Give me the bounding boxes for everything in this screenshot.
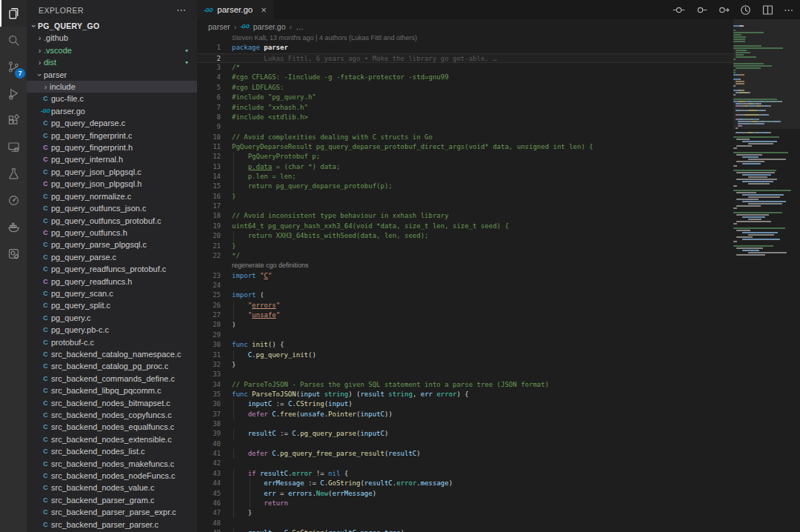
line-number[interactable]: 40 [197,439,232,449]
line-number[interactable]: 7 [197,103,232,113]
code-line[interactable]: 18// Avoid inconsistent type behaviour i… [197,211,733,221]
line-number[interactable]: 25 [197,290,232,300]
code-line[interactable]: 14 p.len = len; [197,172,733,182]
activity-docker-icon[interactable] [0,213,27,240]
tree-file-pg_query_parse_plpgsql.c[interactable]: Cpg_query_parse_plpgsql.c [27,239,197,250]
line-number[interactable]: 39 [197,429,232,439]
tree-folder-.vscode[interactable]: ›.vscode● [27,44,197,56]
tree-root-workspace[interactable]: › PG_QUERY_GO [27,20,197,32]
code-line[interactable]: 23import "C" [197,271,733,281]
line-number[interactable]: 8 [197,113,232,122]
split-editor-icon[interactable] [761,4,774,16]
code-line[interactable]: 49 result = C.GoString(resultC.parse_tre… [197,528,733,532]
tree-file-pg_query_parse.c[interactable]: Cpg_query_parse.c [27,251,197,263]
line-number[interactable]: 27 [197,310,232,320]
line-number[interactable]: 38 [197,419,232,429]
code-line[interactable]: 46 return [197,499,733,508]
line-number[interactable]: 3 [197,63,232,73]
line-number[interactable]: 28 [197,320,232,330]
line-number[interactable]: 1 [197,43,232,53]
activity-source-control-icon[interactable]: 7 [0,53,27,80]
code-line[interactable]: 29 [197,330,733,340]
line-number[interactable]: 16 [197,192,232,202]
tree-file-pg_query_deparse.c[interactable]: Cpg_query_deparse.c [27,117,197,129]
tree-file-src_backend_commands_define.c[interactable]: Csrc_backend_commands_define.c [27,373,197,385]
line-number[interactable]: 43 [197,469,232,479]
code-line[interactable]: 25import ( [197,290,733,300]
tree-file-pg_query.pb-c.c[interactable]: Cpg_query.pb-c.c [27,324,197,336]
line-number[interactable]: 9 [197,122,232,132]
tree-file-src_backend_nodes_extensible.c[interactable]: Csrc_backend_nodes_extensible.c [27,433,197,445]
tree-file-pg_query_json_plpgsql.c[interactable]: Cpg_query_json_plpgsql.c [27,166,197,178]
tree-file-guc-file.c[interactable]: Cguc-file.c [27,93,197,104]
code-line[interactable]: 48 [197,519,733,528]
line-number[interactable]: 15 [197,182,232,191]
open-changes-next-icon[interactable] [717,4,730,16]
code-line[interactable]: 37 defer C.free(unsafe.Pointer(inputC)) [197,410,733,419]
line-number[interactable]: 21 [197,242,232,251]
code-line[interactable]: 31 C.pg_query_init() [197,350,733,360]
tree-file-pg_query.c[interactable]: Cpg_query.c [27,312,197,324]
line-number[interactable]: 4 [197,73,232,82]
line-number[interactable]: 47 [197,508,232,518]
code-editor[interactable]: Steven Kalt, 13 months ago | 4 authors (… [197,33,733,532]
tree-file-src_backend_catalog_namespace.c[interactable]: Csrc_backend_catalog_namespace.c [27,348,197,360]
line-number[interactable]: 18 [197,211,232,221]
close-icon[interactable]: × [261,4,267,16]
tree-folder-dist[interactable]: ›dist● [27,56,197,68]
line-number[interactable]: 37 [197,410,232,419]
tree-file-src_backend_nodes_equalfuncs.c[interactable]: Csrc_backend_nodes_equalfuncs.c [27,421,197,433]
tab-parser-go[interactable]: ‑GO parser.go × [197,0,273,19]
code-line[interactable]: 10// Avoid complexities dealing with C s… [197,133,733,142]
tree-folder-.github[interactable]: ›.github [27,32,197,44]
activity-remote-explorer-icon[interactable] [0,133,27,160]
activity-run-debug-icon[interactable] [0,80,27,107]
line-number[interactable]: 34 [197,380,232,390]
line-number[interactable]: 45 [197,489,232,499]
line-number[interactable]: 32 [197,360,232,370]
line-number[interactable]: 49 [197,528,232,532]
code-line[interactable]: 40 [197,439,733,449]
line-number[interactable]: 17 [197,202,232,211]
code-line[interactable]: 4#cgo CFLAGS: -Iinclude -g -fstack-prote… [197,73,733,82]
code-line[interactable]: 30func init() { [197,340,733,350]
code-line[interactable]: 19uint64_t pg_query_hash_xxh3_64(void *d… [197,222,733,231]
tree-file-src_backend_nodes_list.c[interactable]: Csrc_backend_nodes_list.c [27,445,197,457]
code-line[interactable]: 15 return pg_query_deparse_protobuf(p); [197,182,733,191]
code-line[interactable]: 11PgQueryDeparseResult pg_query_deparse_… [197,142,733,152]
explorer-more-actions-icon[interactable]: ⋯ [176,4,187,16]
activity-testing-icon[interactable] [0,160,27,187]
line-number[interactable]: 12 [197,152,232,162]
activity-explorer-icon[interactable] [0,0,27,27]
code-line[interactable]: 26 "errors" [197,301,733,310]
line-number[interactable]: 23 [197,271,232,281]
line-number[interactable]: 42 [197,459,232,468]
breadcrumb-folder[interactable]: parser [208,22,230,31]
codelens-link[interactable]: regenerate cgo definitions [232,262,309,269]
tree-file-src_backend_nodes_copyfuncs.c[interactable]: Csrc_backend_nodes_copyfuncs.c [27,409,197,421]
tree-file-protobuf-c.c[interactable]: Cprotobuf-c.c [27,336,197,348]
breadcrumb-file[interactable]: parser.go [253,22,286,31]
tree-file-pg_query_fingerprint.c[interactable]: Cpg_query_fingerprint.c [27,130,197,142]
code-line[interactable]: 21} [197,242,733,251]
line-number[interactable]: 26 [197,301,232,310]
more-actions-icon[interactable]: ⋯ [784,4,794,16]
line-number[interactable]: 10 [197,133,232,142]
line-number[interactable]: 5 [197,83,232,93]
tree-file-src_backend_nodes_bitmapset.c[interactable]: Csrc_backend_nodes_bitmapset.c [27,397,197,409]
line-number[interactable]: 11 [197,142,232,152]
code-line[interactable]: 45 err = errors.New(errMessage) [197,489,733,499]
code-line[interactable]: 5#cgo LDFLAGS: [197,83,733,93]
code-line[interactable]: 3/* [197,63,733,73]
tree-file-pg_query_internal.h[interactable]: Cpg_query_internal.h [27,153,197,165]
tree-file-pg_query_outfuncs_protobuf.c[interactable]: Cpg_query_outfuncs_protobuf.c [27,215,197,227]
line-number[interactable]: 41 [197,449,232,459]
code-line[interactable]: 39 resultC := C.pg_query_parse(inputC) [197,429,733,439]
tree-file-src_backend_parser_parser.c[interactable]: Csrc_backend_parser_parser.c [27,519,197,531]
tree-file-pg_query_readfuncs.h[interactable]: Cpg_query_readfuncs.h [27,276,197,287]
tree-file-pg_query_fingerprint.h[interactable]: Cpg_query_fingerprint.h [27,142,197,153]
tree-file-src_backend_catalog_pg_proc.c[interactable]: Csrc_backend_catalog_pg_proc.c [27,360,197,372]
line-number[interactable]: 2 [197,54,232,62]
line-number[interactable]: 13 [197,162,232,172]
code-line[interactable]: 27 "unsafe" [197,310,733,320]
